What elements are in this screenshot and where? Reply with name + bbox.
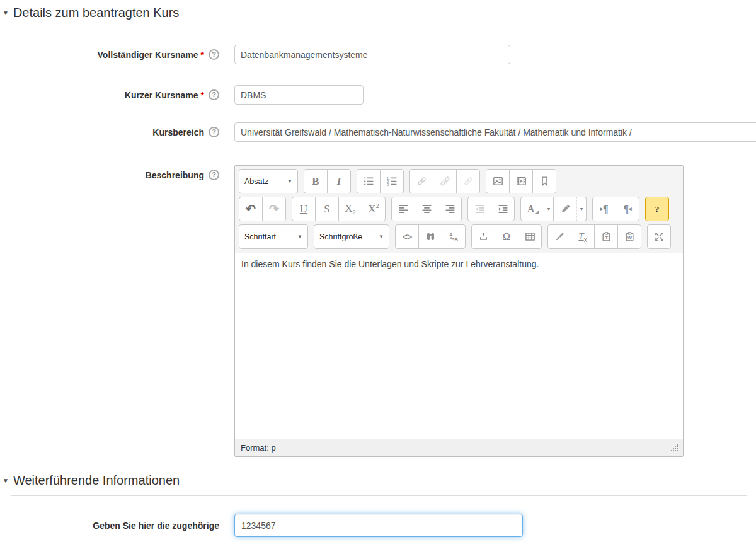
align-right-icon [445, 204, 455, 214]
section-title[interactable]: Details zum beantragten Kurs [13, 6, 179, 20]
paste-text-icon: T [601, 231, 612, 242]
prevent-autolink-button[interactable] [456, 169, 480, 193]
link-button[interactable] [410, 169, 433, 193]
outdent-button[interactable] [467, 197, 491, 221]
help-button[interactable]: ? [645, 197, 669, 221]
insert-media-button[interactable] [509, 169, 533, 193]
description-control: Absatz▼BI123↶↷USX2X2A▼▼▸¶¶◂?Schriftart▼S… [234, 165, 684, 457]
special-character-icon: Ω [503, 231, 510, 243]
toolbar-group: TxTW [547, 224, 641, 249]
remove-format-icon: Tx [578, 231, 587, 243]
shortname-label-cell: Kurzer Kursname* ? [0, 89, 219, 100]
strikethrough-button[interactable]: S [315, 197, 339, 221]
collapse-toggle-icon[interactable]: ▼ [3, 9, 9, 16]
section-divider [11, 28, 747, 28]
bullet-list-button[interactable] [357, 169, 381, 193]
font-color-dropdown-caret[interactable]: ▼ [544, 197, 554, 221]
help-icon[interactable]: ? [209, 49, 219, 60]
description-label-cell: Beschreibung ? [0, 165, 219, 180]
fullname-input[interactable] [234, 45, 510, 64]
prevent-autolink-icon [463, 176, 474, 187]
help-icon[interactable]: ? [209, 127, 219, 137]
superscript-button[interactable]: X2 [362, 197, 386, 221]
toolbar-group: USX2X2 [292, 197, 386, 221]
nonbreaking-icon [478, 231, 489, 242]
search-replace-icon: AB [449, 231, 459, 242]
html-code-button[interactable]: <> [395, 224, 419, 249]
background-color-dropdown-caret[interactable]: ▼ [576, 197, 587, 221]
toolbar-group: ? [645, 197, 669, 221]
editor-path-label[interactable]: Format: p [241, 443, 276, 453]
background-color-icon [560, 204, 571, 214]
anchor-icon [539, 176, 550, 187]
insert-image-button[interactable] [486, 169, 510, 193]
superscript-icon: X2 [368, 202, 379, 216]
numbered-list-icon: 123 [387, 176, 398, 187]
course-number-input[interactable]: 1234567 [234, 514, 523, 537]
category-input[interactable] [234, 122, 756, 142]
toolbar-group [486, 169, 556, 193]
toolbar-group: <>AB [395, 224, 466, 249]
paste-text-button[interactable]: T [594, 224, 618, 249]
fullscreen-button[interactable] [647, 224, 671, 249]
field-row-description: Beschreibung ? Absatz▼BI123↶↷USX2X2A▼▼▸¶… [0, 165, 756, 457]
align-right-button[interactable] [438, 197, 462, 221]
search-button[interactable] [418, 224, 442, 249]
numbered-list-button[interactable]: 123 [380, 169, 404, 193]
editor-statusbar: Format: p [235, 439, 683, 456]
required-marker: * [201, 50, 204, 60]
collapse-toggle-icon[interactable]: ▼ [3, 477, 9, 484]
cleanup-button[interactable] [547, 224, 571, 249]
indent-button[interactable] [491, 197, 515, 221]
anchor-button[interactable] [532, 169, 556, 193]
section-header-more: ▼ Weiterführende Informationen [3, 473, 756, 488]
background-color-button[interactable] [553, 197, 577, 221]
fullname-control [234, 45, 510, 64]
help-icon[interactable]: ? [209, 89, 219, 100]
table-button[interactable] [518, 224, 542, 249]
search-replace-button[interactable]: AB [442, 224, 466, 249]
left-to-right-icon: ▸¶ [600, 204, 608, 214]
caret-down-icon: ▼ [379, 234, 384, 239]
section-title[interactable]: Weiterführende Informationen [13, 473, 180, 488]
toolbar-group: Ω [471, 224, 542, 249]
toolbar-group [391, 197, 462, 221]
help-icon[interactable]: ? [209, 170, 219, 180]
paste-word-button[interactable]: W [617, 224, 641, 249]
subscript-button[interactable]: X2 [338, 197, 362, 221]
align-center-icon [421, 204, 432, 214]
undo-icon: ↶ [246, 203, 256, 215]
fontsize-select[interactable]: Schriftgröße▼ [314, 224, 389, 249]
italic-button[interactable]: I [327, 169, 351, 193]
align-left-button[interactable] [391, 197, 415, 221]
remove-format-button[interactable]: Tx [571, 224, 595, 249]
left-to-right-button[interactable]: ▸¶ [592, 197, 616, 221]
bold-button[interactable]: B [304, 169, 328, 193]
subscript-icon: X2 [345, 202, 355, 216]
font-color-button[interactable]: A [520, 197, 544, 221]
nonbreaking-button[interactable] [471, 224, 495, 249]
outdent-icon [474, 204, 485, 214]
toolbar-row: ↶↷USX2X2A▼▼▸¶¶◂? [239, 197, 679, 221]
special-character-button[interactable]: Ω [495, 224, 518, 249]
toolbar-group [410, 169, 480, 193]
align-left-icon [398, 204, 409, 214]
editor-content-area[interactable]: In diesem Kurs finden Sie die Unterlagen… [235, 253, 683, 439]
resize-grip-icon[interactable] [671, 444, 679, 452]
unlink-icon [440, 176, 450, 187]
table-icon [525, 231, 536, 242]
undo-button[interactable]: ↶ [239, 197, 263, 221]
shortname-input[interactable] [234, 85, 364, 105]
align-center-button[interactable] [415, 197, 438, 221]
italic-icon: I [337, 175, 341, 188]
right-to-left-button[interactable]: ¶◂ [616, 197, 639, 221]
course-number-control: 1234567 [234, 514, 523, 537]
underline-button[interactable]: U [292, 197, 316, 221]
paragraph-select[interactable]: Absatz▼ [239, 169, 298, 193]
font-select[interactable]: Schriftart▼ [239, 224, 308, 249]
redo-icon: ↷ [269, 203, 279, 215]
redo-button[interactable]: ↷ [262, 197, 286, 221]
field-row-course-number: Geben Sie hier die zugehörige 1234567 [0, 514, 756, 537]
unlink-button[interactable] [433, 169, 457, 193]
caret-down-icon: ▼ [297, 234, 302, 239]
